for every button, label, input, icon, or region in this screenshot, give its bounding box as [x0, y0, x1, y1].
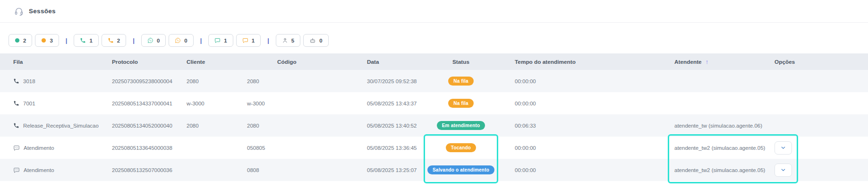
counter-value: 5 — [291, 38, 294, 43]
sessions-panel: Sessões 2 3 | 1 2 | 0 0 | — [0, 0, 868, 190]
counter-value: 0 — [157, 38, 160, 43]
cell-protocolo: 20250805134337000041 — [112, 101, 187, 106]
table-row[interactable]: 7001 20250805134337000041 w-3000 w-3000 … — [0, 92, 868, 114]
person-icon — [282, 37, 288, 43]
table-row[interactable]: Release_Receptiva_Simulacao 202508051340… — [0, 114, 868, 137]
cell-tempo: 00:00:00 — [498, 101, 674, 106]
group-separator: | — [267, 37, 269, 44]
header-atendente-label: Atendente — [674, 59, 702, 65]
chevron-down-icon — [780, 167, 786, 173]
chevron-down-icon — [780, 145, 786, 151]
cell-atendente: atendente_tw2 (simulacao.agente.05) — [674, 167, 774, 173]
cell-tempo: 00:00:00 — [498, 145, 674, 151]
cell-atendente: atendente_tw2 (simulacao.agente.05) — [674, 145, 774, 151]
counter-badge-calls-orange[interactable]: 2 — [102, 34, 126, 47]
chat-icon — [13, 145, 20, 151]
sort-asc-icon[interactable]: ↑ — [706, 58, 709, 65]
cell-codigo: 2080 — [247, 78, 367, 84]
cell-data: 05/08/2025 13:43:37 — [367, 101, 424, 106]
cell-data: 05/08/2025 13:25:07 — [367, 167, 424, 173]
header-tempo[interactable]: Tempo do atendimento — [498, 59, 674, 65]
status-badge: Na fila — [448, 99, 473, 108]
cell-protocolo: 20250730095238000004 — [112, 78, 187, 84]
page-title: Sessões — [29, 8, 56, 15]
whatsapp-icon — [175, 37, 181, 43]
status-badge: Salvando o atendimento — [427, 165, 494, 174]
table-row[interactable]: Atendimento 20250805133645000038 050805 … — [0, 137, 868, 159]
group-separator: | — [200, 37, 202, 44]
header-fila[interactable]: Fila — [0, 59, 112, 65]
header-cliente[interactable]: Cliente — [187, 59, 247, 65]
counter-badge-sessions-orange[interactable]: 3 — [35, 34, 59, 47]
options-dropdown-button[interactable] — [774, 164, 792, 177]
cell-tempo: 00:06:33 — [498, 123, 674, 129]
cell-codigo: w-3000 — [247, 101, 367, 106]
cell-atendente: atendente_tw (simulacao.agente.06) — [674, 123, 774, 129]
phone-icon — [108, 37, 114, 43]
counter-value: 2 — [117, 38, 120, 43]
counter-value: 0 — [319, 38, 322, 43]
cell-protocolo: 20250805132507000036 — [112, 167, 187, 173]
cell-fila: Release_Receptiva_Simulacao — [23, 123, 99, 129]
phone-icon — [13, 122, 19, 129]
counter-value: 3 — [50, 38, 52, 43]
cell-fila: 3018 — [23, 78, 35, 84]
counter-badge-agents[interactable]: 5 — [276, 34, 300, 47]
counter-value: 0 — [184, 38, 187, 43]
header-data[interactable]: Data — [367, 59, 424, 65]
chat-icon — [242, 37, 248, 43]
cell-fila: 7001 — [23, 101, 35, 106]
header-protocolo[interactable]: Protocolo — [112, 59, 187, 65]
chat-icon — [13, 167, 20, 173]
cell-fila: Atendimento — [24, 167, 54, 173]
phone-icon — [13, 78, 19, 84]
cell-cliente: w-3000 — [187, 101, 247, 106]
status-badge: Em atendimento — [437, 121, 485, 130]
cell-cliente: 2080 — [187, 78, 247, 84]
cell-data: 05/08/2025 13:40:52 — [367, 123, 424, 129]
cell-codigo: 2080 — [247, 123, 367, 129]
group-separator: | — [66, 37, 68, 44]
cell-codigo: 050805 — [247, 145, 367, 151]
table-header-row: Fila Protocolo Cliente Código Data Statu… — [0, 53, 868, 70]
bot-icon — [309, 37, 316, 44]
cell-tempo: 00:00:00 — [498, 167, 674, 173]
header-opcoes[interactable]: Opções — [774, 59, 868, 65]
cell-opcoes — [774, 141, 868, 155]
cell-cliente: 2080 — [187, 123, 247, 129]
counter-badge-bots[interactable]: 0 — [303, 34, 328, 47]
titlebar: Sessões — [0, 0, 868, 23]
cell-data: 30/07/2025 09:52:38 — [367, 78, 424, 84]
options-dropdown-button[interactable] — [774, 141, 792, 155]
header-atendente[interactable]: Atendente ↑ — [674, 58, 774, 65]
cell-data: 05/08/2025 13:36:45 — [367, 145, 424, 151]
cell-opcoes — [774, 164, 868, 177]
table-row[interactable]: 3018 20250730095238000004 2080 2080 30/0… — [0, 70, 868, 92]
cell-protocolo: 20250805133645000038 — [112, 145, 187, 151]
cell-codigo: 0808 — [247, 167, 367, 173]
table-row[interactable]: Atendimento 20250805132507000036 0808 05… — [0, 159, 868, 181]
status-badge: Tocando — [446, 143, 476, 152]
sessions-table: Fila Protocolo Cliente Código Data Statu… — [0, 53, 868, 181]
phone-icon — [80, 37, 86, 43]
counter-badge-whatsapp-green[interactable]: 0 — [141, 34, 166, 47]
dot-icon — [15, 38, 20, 43]
status-badge: Na fila — [448, 77, 473, 86]
cell-protocolo: 20250805134052000040 — [112, 123, 187, 129]
dot-icon — [41, 38, 46, 43]
header-codigo[interactable]: Código — [247, 59, 367, 65]
counter-badge-whatsapp-orange[interactable]: 0 — [169, 34, 193, 47]
counters-toolbar: 2 3 | 1 2 | 0 0 | 1 1 — [9, 34, 868, 47]
headset-icon — [14, 7, 24, 16]
header-status[interactable]: Status — [424, 59, 498, 65]
counter-value: 1 — [252, 38, 255, 43]
phone-icon — [13, 100, 19, 106]
counter-badge-chat-orange[interactable]: 1 — [236, 34, 261, 47]
chat-icon — [214, 37, 221, 43]
group-separator: | — [133, 37, 135, 44]
counter-badge-calls-green[interactable]: 1 — [74, 34, 98, 47]
cell-tempo: 00:00:00 — [498, 78, 674, 84]
counter-value: 2 — [23, 38, 26, 43]
counter-badge-chat-green[interactable]: 1 — [208, 34, 233, 47]
counter-badge-sessions-green[interactable]: 2 — [9, 34, 32, 47]
